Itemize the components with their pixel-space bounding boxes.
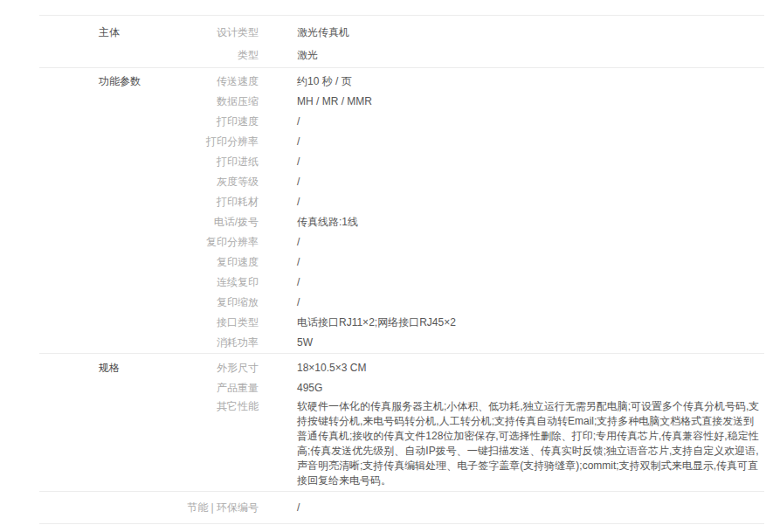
spec-row: 产品重量 495G: [142, 378, 764, 398]
spec-row: 复印速度 /: [142, 252, 764, 273]
spec-section-function: 功能参数 传送速度 约10 秒 / 页 数据压缩 MH / MR / MMR 打…: [39, 67, 764, 353]
spec-label: 接口类型: [142, 313, 259, 333]
spec-value: 电话接口RJ11×2;网络接口RJ45×2: [259, 313, 764, 333]
spec-label: 打印分辨率: [142, 132, 259, 152]
spec-value: /: [259, 172, 764, 192]
spec-row: 打印速度 /: [142, 112, 764, 132]
spec-value: 约10 秒 / 页: [259, 72, 764, 92]
spec-label: 其它性能: [142, 398, 259, 488]
spec-value: MH / MR / MMR: [259, 92, 764, 112]
spec-row: 其它性能 软硬件一体化的传真服务器主机;小体积、低功耗,独立运行无需另配电脑;可…: [142, 398, 764, 488]
spec-label: 传送速度: [142, 72, 259, 92]
spec-label: 复印速度: [142, 252, 259, 273]
spec-value: /: [259, 192, 764, 212]
spec-label: 打印速度: [142, 112, 259, 132]
spec-row: 外形尺寸 18×10.5×3 CM: [142, 358, 764, 378]
spec-row: 数据压缩 MH / MR / MMR: [142, 92, 764, 112]
spec-value: 软硬件一体化的传真服务器主机;小体积、低功耗,独立运行无需另配电脑;可设置多个传…: [259, 398, 764, 488]
spec-label: 产品重量: [142, 378, 259, 398]
spec-value: 激光传真机: [259, 21, 764, 44]
spec-label: 复印分辨率: [142, 232, 259, 252]
spec-value: 18×10.5×3 CM: [259, 358, 764, 378]
spec-label: 数据压缩: [142, 92, 259, 112]
spec-value: /: [259, 293, 764, 313]
spec-value: /: [259, 273, 764, 293]
section-rows: 传送速度 约10 秒 / 页 数据压缩 MH / MR / MMR 打印速度 /…: [142, 72, 764, 353]
spec-row: 复印缩放 /: [142, 293, 764, 313]
spec-value: 5W: [259, 333, 764, 353]
spec-row: 连续复印 /: [142, 273, 764, 293]
spec-value: /: [259, 232, 764, 252]
spec-row: 设计类型 激光传真机: [142, 21, 764, 44]
product-spec-page: { "table": { "sections": [ { "category":…: [0, 0, 766, 532]
spec-value: 495G: [259, 378, 764, 398]
spec-section-other: 其它 其它 无纸传真,电脑传真: [39, 523, 764, 532]
spec-label: 外形尺寸: [142, 358, 259, 378]
spec-value: 传真线路:1线: [259, 212, 764, 232]
spec-label: 连续复印: [142, 273, 259, 293]
spec-label: 设计类型: [142, 21, 259, 44]
spec-value: /: [259, 132, 764, 152]
spec-row: 电话/拨号 传真线路:1线: [142, 212, 764, 232]
spec-row: 消耗功率 5W: [142, 333, 764, 353]
spec-label: 消耗功率: [142, 333, 259, 353]
spec-row: 打印耗材 /: [142, 192, 764, 212]
spec-row: 节能 | 环保编号 /: [142, 498, 764, 518]
spec-row: 复印分辨率 /: [142, 232, 764, 252]
spec-value: /: [259, 112, 764, 132]
spec-label: 复印缩放: [142, 293, 259, 313]
spec-section-main: 主体 设计类型 激光传真机 类型 激光: [39, 15, 764, 67]
spec-label: 打印进纸: [142, 152, 259, 172]
spec-value: /: [259, 498, 764, 518]
spec-value: /: [259, 152, 764, 172]
section-category: 主体: [39, 21, 142, 66]
spec-row: 类型 激光: [142, 44, 764, 66]
spec-value: 激光: [259, 44, 764, 66]
spec-row: 打印进纸 /: [142, 152, 764, 172]
spec-row: 传送速度 约10 秒 / 页: [142, 72, 764, 92]
spec-section-specs: 规格 外形尺寸 18×10.5×3 CM 产品重量 495G 其它性能 软硬件一…: [39, 353, 764, 491]
section-category: 功能参数: [39, 72, 142, 353]
spec-value: /: [259, 252, 764, 273]
spec-row: 灰度等级 /: [142, 172, 764, 192]
spec-label: 节能 | 环保编号: [142, 498, 259, 518]
section-rows: 节能 | 环保编号 /: [142, 498, 764, 518]
spec-row: 打印分辨率 /: [142, 132, 764, 152]
spec-label: 类型: [142, 44, 259, 66]
spec-label: 灰度等级: [142, 172, 259, 192]
spec-table: 主体 设计类型 激光传真机 类型 激光 功能参数 传送速度 约10 秒 / 页 …: [39, 15, 764, 532]
spec-label: 打印耗材: [142, 192, 259, 212]
section-category: [39, 498, 142, 518]
spec-row: 接口类型 电话接口RJ11×2;网络接口RJ45×2: [142, 313, 764, 333]
spec-label: 电话/拨号: [142, 212, 259, 232]
section-rows: 设计类型 激光传真机 类型 激光: [142, 21, 764, 66]
spec-section-energy: 节能 | 环保编号 /: [39, 491, 764, 523]
section-category: 规格: [39, 358, 142, 488]
section-rows: 外形尺寸 18×10.5×3 CM 产品重量 495G 其它性能 软硬件一体化的…: [142, 358, 764, 488]
